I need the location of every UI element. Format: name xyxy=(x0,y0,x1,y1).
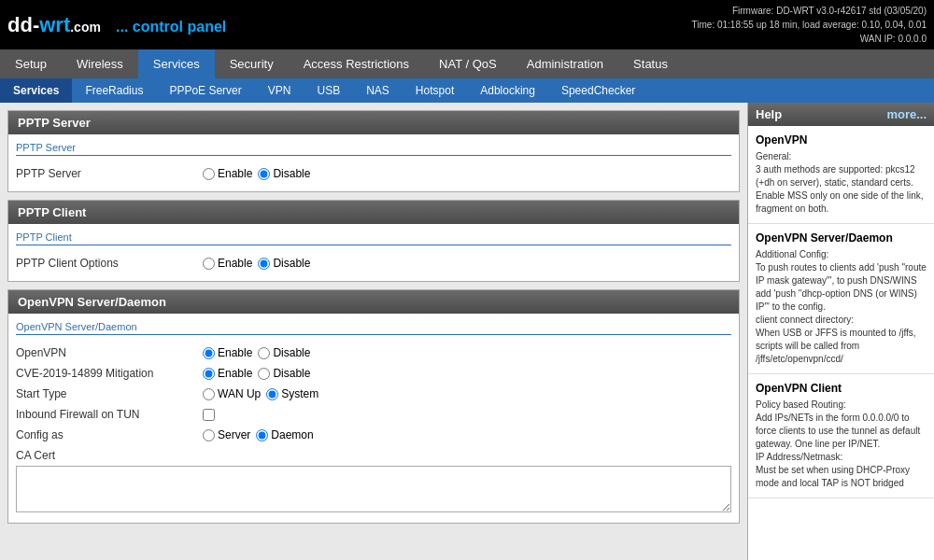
help-more-link[interactable]: more... xyxy=(886,107,927,121)
start-type-row: Start Type WAN Up System xyxy=(16,384,731,404)
main-area: PPTP Server PPTP Server PPTP Server Enab… xyxy=(0,103,934,560)
pptp-client-options-label: PPTP Client Options xyxy=(16,257,203,270)
cve-enable-label[interactable]: Enable xyxy=(203,367,252,380)
openvpn-subsection: OpenVPN Server/Daemon xyxy=(16,321,731,335)
help-openvpn-client-title: OpenVPN Client xyxy=(756,382,927,395)
openvpn-row: OpenVPN Enable Disable xyxy=(16,343,731,363)
cve-enable-radio[interactable] xyxy=(203,368,215,380)
subnav-nas[interactable]: NAS xyxy=(353,78,403,103)
help-openvpn-server-text: Additional Config:To push routes to clie… xyxy=(756,248,927,366)
cve-disable-label[interactable]: Disable xyxy=(258,367,310,380)
ca-cert-textarea[interactable] xyxy=(16,466,731,512)
start-type-control: WAN Up System xyxy=(203,387,318,400)
cve-disable-radio[interactable] xyxy=(258,368,270,380)
pptp-server-subsection: PPTP Server xyxy=(16,142,731,156)
openvpn-control: Enable Disable xyxy=(203,346,310,359)
logo: dd-wrt.com ... control panel xyxy=(7,13,226,37)
config-as-server-label[interactable]: Server xyxy=(203,428,250,441)
inbound-firewall-row: Inbound Firewall on TUN xyxy=(16,404,731,425)
help-panel: Help more... OpenVPN General:3 auth meth… xyxy=(747,103,934,560)
pptp-server-disable-radio[interactable] xyxy=(258,168,270,180)
firmware-line3: WAN IP: 0.0.0.0 xyxy=(692,32,927,46)
help-openvpn-title: OpenVPN xyxy=(756,133,927,147)
content-area: PPTP Server PPTP Server PPTP Server Enab… xyxy=(0,103,747,560)
help-openvpn-server: OpenVPN Server/Daemon Additional Config:… xyxy=(748,224,934,374)
help-openvpn-general: OpenVPN General:3 auth methods are suppo… xyxy=(748,126,934,224)
openvpn-disable-label[interactable]: Disable xyxy=(258,346,310,359)
subnav-pppoe-server[interactable]: PPPoE Server xyxy=(156,78,254,103)
logo-cp: ... control panel xyxy=(116,19,226,35)
start-type-wan-radio[interactable] xyxy=(203,388,215,400)
pptp-server-section: PPTP Server PPTP Server PPTP Server Enab… xyxy=(7,110,740,192)
pptp-client-section: PPTP Client PPTP Client PPTP Client Opti… xyxy=(7,200,740,282)
subnav-usb[interactable]: USB xyxy=(304,78,353,103)
pptp-server-enable-radio[interactable] xyxy=(203,168,215,180)
nav-administration[interactable]: Administration xyxy=(512,49,618,78)
inbound-firewall-control xyxy=(203,409,215,421)
config-as-label: Config as xyxy=(16,428,203,441)
help-openvpn-text: General:3 auth methods are supported: pk… xyxy=(756,150,927,216)
firmware-line1: Firmware: DD-WRT v3.0-r42617 std (03/05/… xyxy=(692,4,927,18)
pptp-client-options-row: PPTP Client Options Enable Disable xyxy=(16,253,731,273)
pptp-server-body: PPTP Server PPTP Server Enable Disable xyxy=(8,134,739,191)
pptp-client-control: Enable Disable xyxy=(203,257,310,270)
subnav-freeradius[interactable]: FreeRadius xyxy=(72,78,156,103)
subnav-vpn[interactable]: VPN xyxy=(255,78,304,103)
pptp-server-enable-label[interactable]: Enable xyxy=(203,167,252,180)
cve-row: CVE-2019-14899 Mitigation Enable Disable xyxy=(16,363,731,384)
start-type-wan-label[interactable]: WAN Up xyxy=(203,387,261,400)
firmware-info: Firmware: DD-WRT v3.0-r42617 std (03/05/… xyxy=(692,4,927,46)
firmware-line2: Time: 01:18:55 up 18 min, load average: … xyxy=(692,18,927,32)
pptp-client-enable-radio[interactable] xyxy=(203,258,215,270)
ca-cert-label: CA Cert xyxy=(16,449,203,462)
nav-setup[interactable]: Setup xyxy=(0,49,62,78)
config-as-daemon-label[interactable]: Daemon xyxy=(256,428,313,441)
nav-security[interactable]: Security xyxy=(215,49,289,78)
inbound-firewall-label: Inbound Firewall on TUN xyxy=(16,408,203,421)
subnav-speedchecker[interactable]: SpeedChecker xyxy=(548,78,648,103)
pptp-client-header: PPTP Client xyxy=(8,201,739,224)
openvpn-enable-label[interactable]: Enable xyxy=(203,346,252,359)
nav-wireless[interactable]: Wireless xyxy=(62,49,138,78)
inbound-firewall-checkbox[interactable] xyxy=(203,409,215,421)
sub-nav: Services FreeRadius PPPoE Server VPN USB… xyxy=(0,78,934,103)
nav-nat-qos[interactable]: NAT / QoS xyxy=(424,49,512,78)
pptp-client-disable-radio[interactable] xyxy=(258,258,270,270)
pptp-client-disable-label[interactable]: Disable xyxy=(258,257,310,270)
pptp-server-header: PPTP Server xyxy=(8,111,739,134)
start-type-system-label[interactable]: System xyxy=(266,387,318,400)
logo-com: .com xyxy=(70,20,101,35)
help-openvpn-server-title: OpenVPN Server/Daemon xyxy=(756,231,927,245)
subnav-services[interactable]: Services xyxy=(0,78,72,103)
cve-label: CVE-2019-14899 Mitigation xyxy=(16,367,203,380)
openvpn-enable-radio[interactable] xyxy=(203,347,215,359)
openvpn-field-label: OpenVPN xyxy=(16,346,203,359)
pptp-client-enable-label[interactable]: Enable xyxy=(203,257,252,270)
nav-status[interactable]: Status xyxy=(618,49,683,78)
config-as-control: Server Daemon xyxy=(203,428,314,441)
config-as-daemon-radio[interactable] xyxy=(256,429,268,441)
start-type-label: Start Type xyxy=(16,387,203,400)
pptp-server-control: Enable Disable xyxy=(203,167,310,180)
openvpn-disable-radio[interactable] xyxy=(258,347,270,359)
help-openvpn-client: OpenVPN Client Policy based Routing:Add … xyxy=(748,374,934,498)
pptp-server-row: PPTP Server Enable Disable xyxy=(16,163,731,184)
header: dd-wrt.com ... control panel Firmware: D… xyxy=(0,0,934,49)
config-as-server-radio[interactable] xyxy=(203,429,215,441)
openvpn-section: OpenVPN Server/Daemon OpenVPN Server/Dae… xyxy=(7,289,740,524)
pptp-client-body: PPTP Client PPTP Client Options Enable D… xyxy=(8,224,739,281)
cve-control: Enable Disable xyxy=(203,367,310,380)
nav-access-restrictions[interactable]: Access Restrictions xyxy=(289,49,424,78)
ca-cert-row: CA Cert xyxy=(16,445,731,466)
nav-services[interactable]: Services xyxy=(138,49,215,78)
start-type-system-radio[interactable] xyxy=(266,388,278,400)
config-as-row: Config as Server Daemon xyxy=(16,425,731,445)
pptp-server-disable-label[interactable]: Disable xyxy=(258,167,310,180)
subnav-hotspot[interactable]: Hotspot xyxy=(403,78,467,103)
logo-wrt: wrt xyxy=(39,13,70,36)
pptp-server-label: PPTP Server xyxy=(16,167,203,180)
subnav-adblocking[interactable]: Adblocking xyxy=(467,78,548,103)
main-nav: Setup Wireless Services Security Access … xyxy=(0,49,934,78)
logo-dd: dd- xyxy=(7,13,39,36)
help-openvpn-client-text: Policy based Routing:Add IPs/NETs in the… xyxy=(756,399,927,490)
